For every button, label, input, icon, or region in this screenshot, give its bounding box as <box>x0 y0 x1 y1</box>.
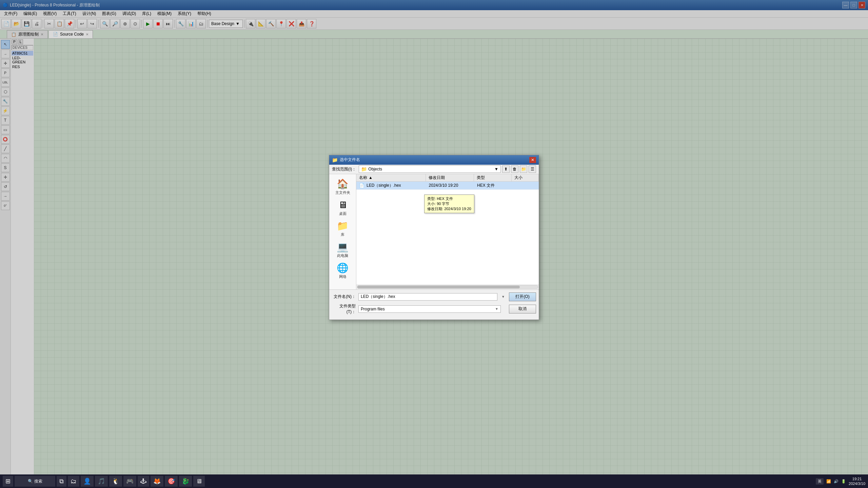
filename-value: LED（single）.hex <box>361 294 395 300</box>
dialog-folder-icon: 📁 <box>332 157 338 163</box>
dialog-close-button[interactable]: ✕ <box>529 157 536 163</box>
col-date-label: 修改日期 <box>429 175 445 181</box>
nav-library[interactable]: 📁 库 <box>331 219 355 239</box>
nav-home-label: 主文件夹 <box>335 190 350 195</box>
filename-label: 文件名(N)： <box>332 294 356 300</box>
combo-arrow-icon: ▼ <box>494 167 498 171</box>
col-type-label: 类型 <box>477 175 485 181</box>
nav-computer-label: 此电脑 <box>337 253 348 258</box>
taskbar-app-10[interactable]: 🖥 <box>193 476 205 487</box>
clock-date: 2024/3/10 <box>849 481 865 486</box>
nav-desktop-label: 桌面 <box>339 211 347 216</box>
open-button[interactable]: 打开(O) <box>509 292 536 301</box>
taskbar-app-2[interactable]: 👤 <box>81 476 94 487</box>
filetype-combo-arrow: ▼ <box>495 307 498 311</box>
scrollbar-track <box>357 285 538 289</box>
home-icon: 🏠 <box>337 178 349 189</box>
filetype-label: 文件类型(T)： <box>332 303 356 315</box>
open-btn[interactable]: 打开(O) <box>509 292 536 301</box>
tooltip-date-label: 修改日期: <box>427 207 443 211</box>
taskbar-app-6[interactable]: 🕹 <box>138 476 149 487</box>
filename-row: 文件名(N)： LED（single）.hex ▼ 打开(O) <box>332 292 536 301</box>
file-dialog: 📁 选中文件名 ✕ 查找范围(I)： 📁 Objects ▼ ⬆ 🗑 📁 ☰ 🏠 <box>329 155 539 320</box>
nav-up-btn[interactable]: ⬆ <box>502 165 510 173</box>
file-icon-0: 📄 <box>359 183 364 188</box>
cancel-btn[interactable]: 取消 <box>509 305 536 313</box>
taskbar-app-4[interactable]: 🐧 <box>109 476 122 487</box>
cancel-btn-label: 取消 <box>518 306 527 312</box>
taskbar-app-8[interactable]: 🎯 <box>165 476 178 487</box>
taskbar-right: 英 📶 🔊 🔋 19:21 2024/3/10 <box>816 476 865 486</box>
taskbar-app-7[interactable]: 🦊 <box>151 476 163 487</box>
taskbar-app-9[interactable]: 🐉 <box>179 476 192 487</box>
file-row-0[interactable]: 📄 LED（single）.hex 2024/3/10 19:20 HEX 文件 <box>356 182 539 190</box>
taskbar: ⊞ 🔍 搜索 ⧉ 🗂 👤 🎵 🐧 🎮 🕹 🦊 🎯 🐉 🖥 英 📶 🔊 🔋 19:… <box>0 474 868 488</box>
search-label: 搜索 <box>34 479 42 484</box>
network-icon: 🌐 <box>337 262 349 273</box>
filetype-value: Program files <box>361 307 385 311</box>
nav-home[interactable]: 🏠 主文件夹 <box>331 177 355 197</box>
lang-indicator[interactable]: 英 <box>816 478 824 485</box>
file-list-header: 名称 ▲ 修改日期 类型 大小 <box>356 174 539 182</box>
tooltip-size-value: 90 字节 <box>437 202 449 206</box>
nav-newfolder-btn[interactable]: 📁 <box>520 165 527 173</box>
taskbar-clock[interactable]: 19:21 2024/3/10 <box>849 476 865 486</box>
tooltip-type-value: HEX 文件 <box>437 197 453 201</box>
library-icon: 📁 <box>337 220 349 231</box>
tooltip-size-label: 大小: <box>427 202 436 206</box>
file-tooltip: 类型: HEX 文件 大小: 90 字节 修改日期: 2024/3/10 19:… <box>424 195 474 213</box>
file-row-0-type: HEX 文件 <box>474 183 512 188</box>
dialog-content: 🏠 主文件夹 🖥 桌面 📁 库 💻 此电脑 🌐 网络 <box>329 174 539 289</box>
location-label: 查找范围(I)： <box>332 166 356 172</box>
tooltip-date: 修改日期: 2024/3/10 19:20 <box>427 206 471 211</box>
file-name-0: LED（single）.hex <box>367 183 401 188</box>
tooltip-type: 类型: HEX 文件 <box>427 196 471 201</box>
nav-network[interactable]: 🌐 网络 <box>331 261 355 281</box>
battery-icon: 🔋 <box>841 479 846 484</box>
nav-view-btn[interactable]: ☰ <box>529 165 536 173</box>
location-value: Objects <box>368 167 493 171</box>
search-button[interactable]: 🔍 搜索 <box>15 476 55 487</box>
start-button[interactable]: ⊞ <box>3 476 13 487</box>
dialog-overlay: 📁 选中文件名 ✕ 查找范围(I)： 📁 Objects ▼ ⬆ 🗑 📁 ☰ 🏠 <box>0 0 868 474</box>
dialog-title-text: 选中文件名 <box>340 157 360 163</box>
search-icon: 🔍 <box>28 479 33 484</box>
nav-library-label: 库 <box>341 232 344 237</box>
taskbar-app-3[interactable]: 🎵 <box>95 476 108 487</box>
file-row-0-date: 2024/3/10 19:20 <box>426 183 474 188</box>
tooltip-type-label: 类型: <box>427 197 436 201</box>
filetype-combo[interactable]: Program files ▼ <box>358 305 501 313</box>
sound-icon: 🔊 <box>834 479 839 484</box>
desktop-icon: 🖥 <box>338 199 348 210</box>
cancel-button-wrapper: 取消 <box>509 305 536 313</box>
file-list: 📄 LED（single）.hex 2024/3/10 19:20 HEX 文件… <box>356 182 539 285</box>
clock-time: 19:21 <box>849 476 865 481</box>
filename-combo-arrow: ▼ <box>501 295 505 299</box>
nav-desktop[interactable]: 🖥 桌面 <box>331 198 355 218</box>
location-combo[interactable]: 📁 Objects ▼ <box>359 165 501 173</box>
file-row-0-name: 📄 LED（single）.hex <box>356 183 426 188</box>
nav-computer[interactable]: 💻 此电脑 <box>331 240 355 260</box>
dialog-scrollbar[interactable] <box>356 285 539 289</box>
col-type[interactable]: 类型 <box>474 174 512 181</box>
col-size[interactable]: 大小 <box>512 174 539 181</box>
file-list-container: 名称 ▲ 修改日期 类型 大小 📄 <box>356 174 539 289</box>
taskbar-app-1[interactable]: 🗂 <box>68 476 79 487</box>
filetype-row: 文件类型(T)： Program files ▼ 取消 <box>332 303 536 315</box>
dialog-titlebar: 📁 选中文件名 ✕ <box>329 155 539 165</box>
taskview-button[interactable]: ⧉ <box>57 476 66 487</box>
col-name[interactable]: 名称 ▲ <box>356 174 426 181</box>
taskbar-app-5[interactable]: 🎮 <box>123 476 136 487</box>
col-date[interactable]: 修改日期 <box>426 174 474 181</box>
dialog-bottom: 文件名(N)： LED（single）.hex ▼ 打开(O) 文件类型(T)：… <box>329 289 539 320</box>
dialog-title-left: 📁 选中文件名 <box>332 157 360 163</box>
nav-network-label: 网络 <box>339 274 347 279</box>
scrollbar-thumb <box>357 286 520 288</box>
tooltip-date-value: 2024/3/10 19:20 <box>444 207 471 211</box>
filename-input[interactable]: LED（single）.hex <box>358 293 497 301</box>
col-name-label: 名称 <box>359 175 367 181</box>
dialog-sidebar: 🏠 主文件夹 🖥 桌面 📁 库 💻 此电脑 🌐 网络 <box>329 174 356 289</box>
nav-delete-btn[interactable]: 🗑 <box>511 165 518 173</box>
col-name-sort: ▲ <box>369 175 373 180</box>
location-folder-icon: 📁 <box>361 166 367 172</box>
